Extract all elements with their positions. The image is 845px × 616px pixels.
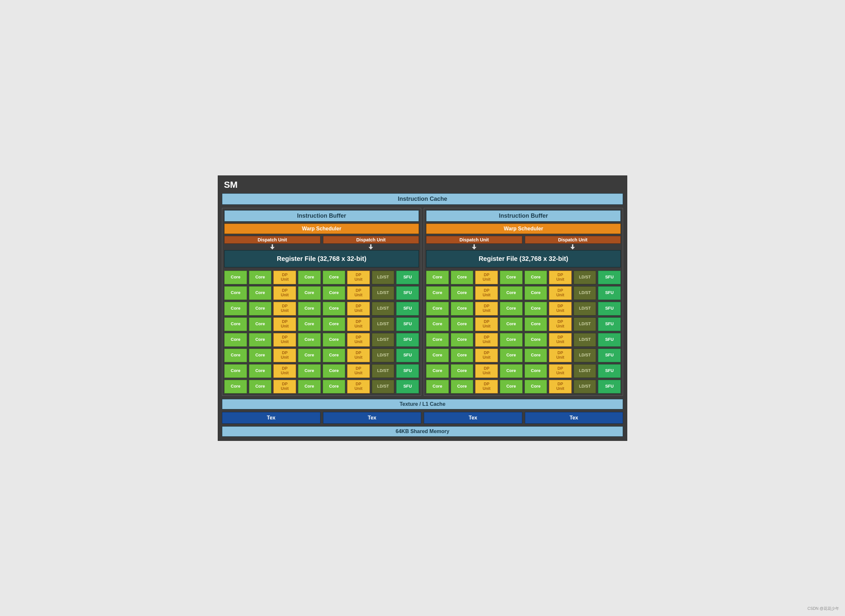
dp-unit: DP Unit (549, 364, 572, 378)
tex-unit: Tex (323, 412, 421, 424)
cuda-core: Core (525, 271, 547, 284)
cuda-core: Core (525, 302, 547, 315)
arrow-down-icon (570, 244, 575, 249)
svg-marker-7 (571, 247, 575, 249)
dp-unit: DP Unit (475, 302, 498, 315)
dispatch-unit: Dispatch Unit (224, 236, 320, 243)
ldst-unit: LD/ST (372, 380, 395, 393)
register-file: Register File (32,768 x 32-bit) (224, 250, 419, 267)
cuda-core: Core (500, 364, 522, 378)
texture-l1-cache: Texture / L1 Cache (222, 399, 623, 409)
cuda-core: Core (298, 286, 321, 300)
dp-unit: DP Unit (347, 364, 370, 378)
dp-unit: DP Unit (273, 380, 296, 393)
cuda-core: Core (249, 380, 272, 393)
cuda-core: Core (525, 286, 547, 300)
ldst-unit: LD/ST (574, 364, 596, 378)
dispatch-unit: Dispatch Unit (525, 236, 621, 243)
dispatch-row: Dispatch UnitDispatch Unit (426, 236, 621, 250)
cuda-core: Core (451, 302, 474, 315)
sfu-unit: SFU (598, 271, 621, 284)
ldst-unit: LD/ST (372, 317, 395, 331)
cuda-core: Core (451, 333, 474, 347)
dp-unit: DP Unit (549, 302, 572, 315)
instruction-buffer: Instruction Buffer (224, 210, 419, 221)
dp-unit: DP Unit (273, 349, 296, 362)
sfu-unit: SFU (396, 317, 419, 331)
tex-unit: Tex (222, 412, 320, 424)
cuda-core: Core (323, 286, 345, 300)
svg-rect-0 (272, 244, 273, 247)
dispatch-unit: Dispatch Unit (426, 236, 522, 243)
tex-unit: Tex (525, 412, 623, 424)
cuda-core: Core (323, 302, 345, 315)
tex-row: TexTexTexTex (222, 412, 623, 424)
processing-halves: Instruction BufferWarp SchedulerDispatch… (222, 208, 623, 396)
cuda-core: Core (451, 364, 474, 378)
cuda-core: Core (224, 364, 247, 378)
cuda-core: Core (426, 271, 449, 284)
cuda-core: Core (249, 317, 272, 331)
dispatch-column: Dispatch Unit (525, 236, 621, 250)
dp-unit: DP Unit (475, 333, 498, 347)
sm-block: SM Instruction Cache Instruction BufferW… (218, 176, 627, 441)
dispatch-row: Dispatch UnitDispatch Unit (224, 236, 419, 250)
sfu-unit: SFU (396, 349, 419, 362)
dispatch-column: Dispatch Unit (323, 236, 419, 250)
cuda-core: Core (500, 333, 522, 347)
sfu-unit: SFU (396, 302, 419, 315)
cuda-core: Core (525, 349, 547, 362)
cuda-core: Core (298, 364, 321, 378)
sfu-unit: SFU (396, 364, 419, 378)
execution-unit-grid: CoreCoreDP UnitCoreCoreDP UnitLD/STSFUCo… (426, 271, 621, 393)
svg-marker-5 (472, 247, 477, 249)
dp-unit: DP Unit (475, 271, 498, 284)
cuda-core: Core (451, 349, 474, 362)
ldst-unit: LD/ST (574, 349, 596, 362)
shared-memory: 64KB Shared Memory (222, 426, 623, 437)
cuda-core: Core (451, 317, 474, 331)
dp-unit: DP Unit (273, 364, 296, 378)
dispatch-column: Dispatch Unit (224, 236, 320, 250)
cuda-core: Core (323, 364, 345, 378)
cuda-core: Core (323, 317, 345, 331)
dp-unit: DP Unit (347, 302, 370, 315)
sfu-unit: SFU (598, 349, 621, 362)
dp-unit: DP Unit (347, 380, 370, 393)
cuda-core: Core (451, 286, 474, 300)
cuda-core: Core (500, 349, 522, 362)
ldst-unit: LD/ST (372, 286, 395, 300)
cuda-core: Core (249, 333, 272, 347)
svg-marker-1 (270, 247, 274, 249)
processing-block: Instruction BufferWarp SchedulerDispatch… (222, 208, 421, 396)
dp-unit: DP Unit (347, 271, 370, 284)
cuda-core: Core (298, 317, 321, 331)
cuda-core: Core (426, 317, 449, 331)
svg-rect-2 (370, 244, 371, 247)
cuda-core: Core (525, 317, 547, 331)
ldst-unit: LD/ST (372, 349, 395, 362)
ldst-unit: LD/ST (372, 271, 395, 284)
dp-unit: DP Unit (347, 333, 370, 347)
svg-rect-6 (572, 244, 573, 247)
cuda-core: Core (500, 302, 522, 315)
sfu-unit: SFU (396, 380, 419, 393)
cuda-core: Core (298, 302, 321, 315)
dp-unit: DP Unit (347, 317, 370, 331)
dp-unit: DP Unit (549, 271, 572, 284)
cuda-core: Core (323, 271, 345, 284)
cuda-core: Core (451, 271, 474, 284)
register-file: Register File (32,768 x 32-bit) (426, 250, 621, 267)
cuda-core: Core (426, 364, 449, 378)
cuda-core: Core (426, 380, 449, 393)
sfu-unit: SFU (598, 380, 621, 393)
dispatch-unit: Dispatch Unit (323, 236, 419, 243)
dp-unit: DP Unit (273, 333, 296, 347)
cuda-core: Core (224, 286, 247, 300)
dp-unit: DP Unit (475, 349, 498, 362)
svg-rect-4 (474, 244, 475, 247)
ldst-unit: LD/ST (574, 380, 596, 393)
dp-unit: DP Unit (549, 333, 572, 347)
sfu-unit: SFU (598, 286, 621, 300)
ldst-unit: LD/ST (574, 271, 596, 284)
